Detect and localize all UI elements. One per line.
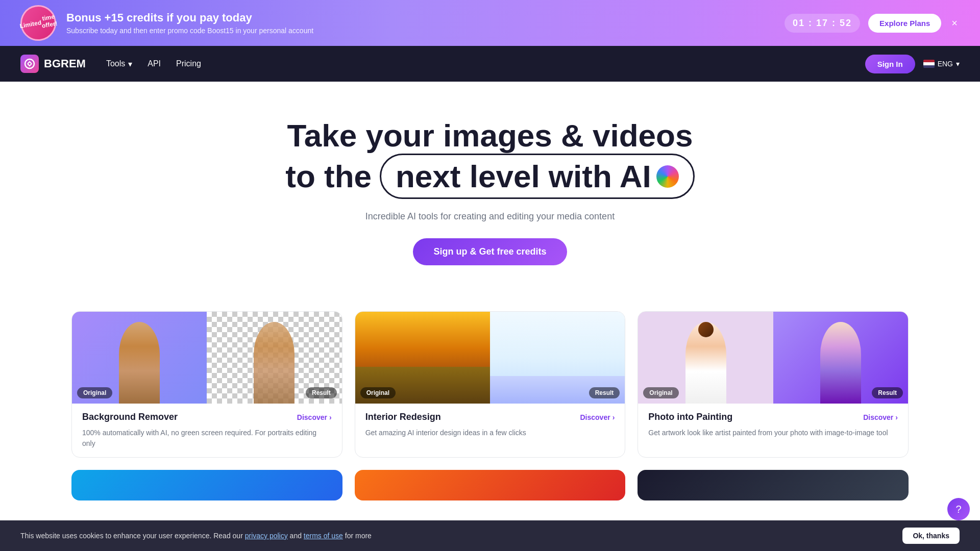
hero-section: Take your images & videos to the next le… — [0, 82, 980, 291]
painting-result-label: Result — [872, 387, 903, 398]
promo-title: Bonus +15 credits if you pay today — [66, 11, 313, 24]
logo-text: BGREM — [44, 57, 86, 70]
discover-link-painting[interactable]: Discover › — [863, 413, 898, 421]
help-bubble[interactable]: ? — [947, 498, 970, 516]
bg-remover-original: Original — [72, 312, 207, 404]
painting-result: Result — [773, 312, 908, 404]
result-label: Result — [306, 387, 337, 398]
flag-icon — [923, 60, 935, 68]
card-bg-remover-image: Original Result — [72, 312, 342, 404]
interior-result: Result — [490, 312, 625, 404]
cards-grid: Original Result Background Remover Disco… — [71, 311, 909, 458]
hero-headline1: Take your images & videos — [20, 117, 960, 154]
painting-original: Original — [638, 312, 773, 404]
card-painting-image: Original Result — [638, 312, 908, 404]
interior-original: Original — [355, 312, 490, 404]
card-title-painting: Photo into Painting — [648, 412, 732, 422]
card-bottom-1 — [71, 470, 342, 500]
ai-spinner-icon — [656, 165, 679, 188]
logo-icon — [20, 55, 39, 73]
card-bottom-3 — [638, 470, 909, 500]
logo[interactable]: BGREM — [20, 55, 86, 73]
card-painting: Original Result Photo into Painting Disc… — [638, 311, 909, 458]
promo-right: 01 : 17 : 52 Explore Plans × — [785, 14, 960, 33]
painting-original-label: Original — [643, 387, 678, 398]
promo-badge: Limited time offer! — [17, 2, 59, 43]
cta-signup-button[interactable]: Sign up & Get free credits — [413, 238, 567, 265]
nav-right: Sign In ENG ▾ — [865, 55, 960, 73]
headline2-highlight: next level with AI — [396, 158, 651, 194]
card-desc-bg-remover: 100% automatically with AI, no green scr… — [82, 428, 332, 449]
card-title-row-painting: Photo into Painting Discover › — [648, 412, 898, 422]
explore-plans-button[interactable]: Explore Plans — [868, 14, 941, 33]
cards-section: Original Result Background Remover Disco… — [0, 291, 980, 516]
card-bg-remover: Original Result Background Remover Disco… — [71, 311, 342, 458]
discover-link-bg-remover[interactable]: Discover › — [297, 413, 332, 421]
card-body-bg-remover: Background Remover Discover › 100% autom… — [72, 404, 342, 457]
promo-left: Limited time offer! Bonus +15 credits if… — [20, 5, 313, 41]
card-title-row-interior: Interior Redesign Discover › — [365, 412, 615, 422]
promo-subtitle: Subscribe today and then enter promo cod… — [66, 27, 313, 35]
card-body-interior: Interior Redesign Discover › Get amazing… — [355, 404, 625, 446]
bg-remover-result: Result — [207, 312, 341, 404]
hero-subtitle: Incredible AI tools for creating and edi… — [20, 211, 960, 222]
arrow-right-icon-2: › — [612, 413, 615, 421]
promo-close-button[interactable]: × — [949, 15, 960, 31]
headline2-prefix: to the — [285, 158, 372, 194]
hero-headline2: to the next level with AI — [20, 154, 960, 199]
card-bottom-2 — [355, 470, 626, 500]
card-desc-interior: Get amazing AI interior design ideas in … — [365, 428, 615, 438]
promo-text: Bonus +15 credits if you pay today Subsc… — [66, 11, 313, 35]
interior-original-label: Original — [360, 387, 396, 398]
cards-bottom-row — [71, 470, 909, 500]
arrow-right-icon-3: › — [895, 413, 898, 421]
lang-chevron-icon: ▾ — [956, 60, 960, 68]
svg-point-0 — [25, 59, 34, 68]
discover-link-interior[interactable]: Discover › — [580, 413, 615, 421]
person-figure-result — [254, 322, 295, 404]
card-title-bg-remover: Background Remover — [82, 412, 178, 422]
nav-api[interactable]: API — [148, 59, 161, 68]
person-figure — [119, 322, 160, 404]
card-desc-painting: Get artwork look like artist painted fro… — [648, 428, 898, 438]
chevron-down-icon: ▾ — [128, 59, 132, 69]
ai-badge: next level with AI — [380, 154, 695, 199]
nav-pricing[interactable]: Pricing — [176, 59, 201, 68]
card-interior: Original Result Interior Redesign Discov… — [355, 311, 626, 458]
nav-links: Tools ▾ API Pricing — [106, 59, 201, 69]
original-label: Original — [77, 387, 112, 398]
language-selector[interactable]: ENG ▾ — [923, 60, 960, 68]
arrow-right-icon: › — [329, 413, 332, 421]
promo-banner: Limited time offer! Bonus +15 credits if… — [0, 0, 980, 46]
sign-in-button[interactable]: Sign In — [865, 55, 915, 73]
card-title-interior: Interior Redesign — [365, 412, 441, 422]
card-body-painting: Photo into Painting Discover › Get artwo… — [638, 404, 908, 446]
card-title-row: Background Remover Discover › — [82, 412, 332, 422]
navbar: BGREM Tools ▾ API Pricing Sign In ENG ▾ — [0, 46, 980, 82]
nav-tools[interactable]: Tools ▾ — [106, 59, 132, 69]
nav-left: BGREM Tools ▾ API Pricing — [20, 55, 201, 73]
countdown-timer: 01 : 17 : 52 — [785, 14, 860, 33]
question-icon: ? — [955, 504, 961, 515]
logo-svg — [24, 58, 35, 69]
card-interior-image: Original Result — [355, 312, 625, 404]
interior-result-label: Result — [589, 387, 620, 398]
